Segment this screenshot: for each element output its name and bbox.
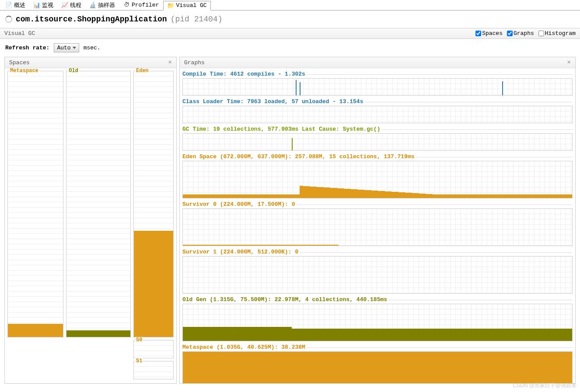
spaces-body: Metaspace Old Eden S0 S1 xyxy=(5,68,176,383)
tab-profiler[interactable]: ⏱Profiler xyxy=(119,1,162,10)
oldgen-title: Old Gen (1.315G, 75.500M): 22.978M, 4 co… xyxy=(182,296,389,303)
tab-label: Profiler xyxy=(132,2,159,8)
space-s1: S1 xyxy=(133,361,174,379)
s1-label: S1 xyxy=(135,358,143,364)
classloader-title: Class Loader Time: 7963 loaded, 57 unloa… xyxy=(182,98,365,105)
eden-chart xyxy=(182,161,573,198)
tab-label: 线程 xyxy=(70,1,81,9)
oldgen-chart xyxy=(182,304,573,341)
compile-title: Compile Time: 4612 compiles - 1.302s xyxy=(182,71,307,77)
graph-oldgen: Old Gen (1.315G, 75.500M): 22.978M, 4 co… xyxy=(182,296,573,341)
metaspace-fill xyxy=(8,324,63,337)
surv1-title: Survivor 1 (224.000M, 512.000K): 0 xyxy=(182,249,300,255)
graphs-body: Compile Time: 4612 compiles - 1.302s Cla… xyxy=(180,68,575,383)
eden-stack: Eden xyxy=(133,71,174,337)
check-graphs[interactable]: Graphs xyxy=(507,30,534,37)
space-old: Old xyxy=(66,71,131,337)
space-metaspace: Metaspace xyxy=(7,71,63,337)
surv0-title: Survivor 0 (224.000M, 17.500M): 0 xyxy=(182,201,297,208)
eden-title: Eden Space (672.000M, 637.000M): 257.088… xyxy=(182,153,416,160)
subbar-title: Visual GC xyxy=(4,30,35,37)
tab-label: 概述 xyxy=(14,1,25,9)
view-checks: Spaces Graphs Histogram xyxy=(475,30,576,37)
eden-label: Eden xyxy=(135,68,150,74)
refresh-unit: msec. xyxy=(84,45,101,51)
visualgc-icon: 📁 xyxy=(167,2,174,9)
old-label: Old xyxy=(68,68,79,74)
tab-label: 监视 xyxy=(42,1,53,9)
s-boxes: S0 S1 xyxy=(133,340,174,379)
threads-icon: 📈 xyxy=(61,2,68,9)
app-title: com.itsource.ShoppingApplication xyxy=(16,15,167,24)
tab-monitor[interactable]: 📊监视 xyxy=(30,0,57,10)
metaspace-label: Metaspace xyxy=(9,68,39,74)
gc-chart xyxy=(182,133,573,151)
tab-visualgc[interactable]: 📁Visual GC xyxy=(163,1,210,10)
refresh-select[interactable]: Auto xyxy=(54,43,79,52)
spinner-icon xyxy=(5,16,12,23)
close-icon[interactable]: × xyxy=(168,59,172,66)
graph-eden: Eden Space (672.000M, 637.000M): 257.088… xyxy=(182,153,573,198)
spaces-title: Spaces xyxy=(9,59,30,66)
tab-overview[interactable]: 📄概述 xyxy=(2,0,29,10)
spaces-header: Spaces × xyxy=(5,57,176,68)
graphs-panel: Graphs × Compile Time: 4612 compiles - 1… xyxy=(179,57,576,384)
s0-label: S0 xyxy=(135,337,143,343)
graph-metaspace: Metaspace (1.035G, 40.625M): 38.238M xyxy=(182,344,573,383)
close-icon[interactable]: × xyxy=(567,59,571,66)
surv1-chart xyxy=(182,256,573,294)
space-s0: S0 xyxy=(133,340,174,358)
monitor-icon: 📊 xyxy=(33,2,40,9)
space-eden: Eden xyxy=(133,71,174,337)
graphs-header: Graphs × xyxy=(180,57,575,68)
sub-toolbar: Visual GC Spaces Graphs Histogram xyxy=(0,28,580,39)
overview-icon: 📄 xyxy=(5,2,12,9)
metaspace-title: Metaspace (1.035G, 40.625M): 38.238M xyxy=(182,344,307,350)
graph-surv1: Survivor 1 (224.000M, 512.000K): 0 xyxy=(182,249,573,294)
check-histogram[interactable]: Histogram xyxy=(538,30,576,37)
classloader-chart xyxy=(182,106,573,123)
tab-label: 抽样器 xyxy=(98,1,115,9)
surv0-chart xyxy=(182,208,573,246)
checkbox-histogram[interactable] xyxy=(538,31,544,36)
compile-chart xyxy=(182,78,573,96)
refresh-label: Refresh rate: xyxy=(5,45,49,51)
checkbox-graphs[interactable] xyxy=(507,31,513,36)
title-bar: com.itsource.ShoppingApplication (pid 21… xyxy=(0,10,580,28)
tab-sampler[interactable]: 🔬抽样器 xyxy=(86,0,119,10)
graph-compile: Compile Time: 4612 compiles - 1.302s xyxy=(182,71,573,96)
watermark: CSDN @黑家巨子@俏如来 xyxy=(513,382,577,389)
checkbox-spaces[interactable] xyxy=(475,31,481,36)
tab-label: Visual GC xyxy=(176,2,206,9)
refresh-row: Refresh rate: Auto msec. xyxy=(0,39,580,57)
main-tabs: 📄概述 📊监视 📈线程 🔬抽样器 ⏱Profiler 📁Visual GC xyxy=(0,0,580,10)
profiler-icon: ⏱ xyxy=(123,2,130,9)
refresh-value: Auto xyxy=(57,45,70,51)
graph-gc: GC Time: 19 collections, 577.903ms Last … xyxy=(182,126,573,151)
graph-classloader: Class Loader Time: 7963 loaded, 57 unloa… xyxy=(182,98,573,123)
gc-title: GC Time: 19 collections, 577.903ms Last … xyxy=(182,126,382,132)
metaspace-chart xyxy=(182,351,573,383)
sampler-icon: 🔬 xyxy=(89,2,96,9)
pid-text: (pid 21404) xyxy=(171,15,223,24)
eden-fill xyxy=(134,231,173,337)
graphs-title: Graphs xyxy=(184,59,205,66)
check-spaces[interactable]: Spaces xyxy=(475,30,503,37)
chevron-down-icon xyxy=(73,47,76,49)
old-fill xyxy=(66,330,130,337)
graph-surv0: Survivor 0 (224.000M, 17.500M): 0 xyxy=(182,201,573,246)
tab-threads[interactable]: 📈线程 xyxy=(58,0,85,10)
panels-container: Spaces × Metaspace Old Eden xyxy=(0,57,580,388)
spaces-panel: Spaces × Metaspace Old Eden xyxy=(4,57,177,384)
